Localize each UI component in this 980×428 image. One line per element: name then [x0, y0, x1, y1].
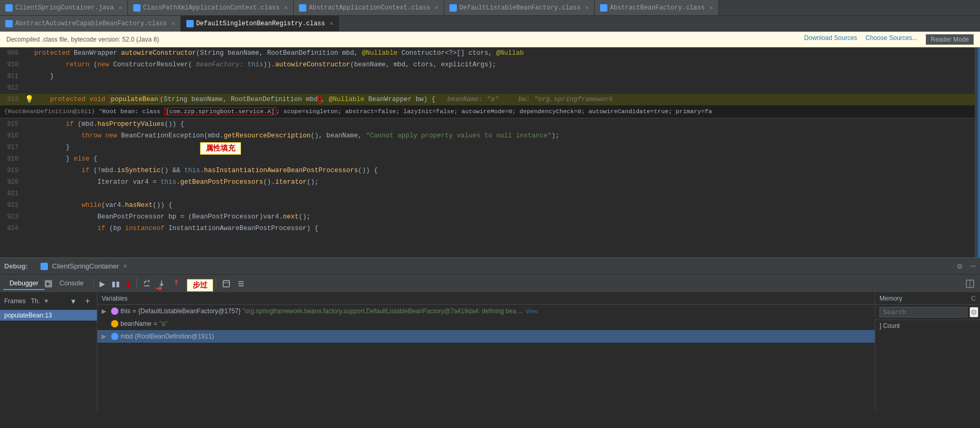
- tab-close[interactable]: ✕: [284, 4, 288, 11]
- java-file-icon: [5, 4, 13, 12]
- var-expand-beanname[interactable]: ▶: [102, 320, 109, 327]
- code-line-921: 921: [0, 188, 980, 200]
- tab-close[interactable]: ✕: [172, 20, 175, 27]
- line-number: 920: [0, 176, 24, 188]
- memory-panel: Memory C ⚙ ] Count: [875, 293, 980, 411]
- step-out-button[interactable]: [169, 278, 183, 290]
- debug-session-close[interactable]: ✕: [123, 262, 127, 270]
- frames-header: Frames Th. ▼ ▼ +: [0, 293, 97, 310]
- tab-label: AbstractBeanFactory.class: [610, 4, 705, 12]
- tab-close[interactable]: ✕: [330, 20, 334, 27]
- tab-abstract-bean[interactable]: AbstractBeanFactory.class ✕: [595, 0, 719, 16]
- line-content: } else {: [34, 153, 980, 165]
- tab-client-spring[interactable]: ClientSpringContainer.java ✕: [0, 0, 128, 16]
- tab-debugger[interactable]: Debugger: [3, 277, 45, 290]
- vertical-scrollbar[interactable]: [975, 47, 980, 257]
- var-view-this[interactable]: View: [525, 308, 538, 314]
- code-line-920: 920 Iterator var4 = this.getBeanPostProc…: [0, 176, 980, 188]
- info-links: Download Sources Choose Sources... Reade…: [804, 34, 974, 45]
- step-over-button[interactable]: [140, 278, 154, 290]
- threads-button[interactable]: [234, 278, 248, 290]
- line-content: while(var4.hasNext()) {: [34, 200, 980, 211]
- pause-button[interactable]: ▮▮: [109, 278, 123, 290]
- code-line-924: 924 if (bp instanceof InstantiationAware…: [0, 223, 980, 234]
- var-value-beanname: "a": [159, 320, 167, 327]
- reader-mode-button[interactable]: Reader Mode: [926, 34, 974, 45]
- variable-row-this[interactable]: ▶ this = {DefaultListableBeanFactory@175…: [97, 305, 875, 317]
- tab-label: ClientSpringContainer.java: [15, 4, 114, 12]
- threads-label: Th.: [31, 297, 40, 305]
- variable-row-beanname[interactable]: ▶ beanName = "a": [97, 317, 875, 330]
- variables-header: Variables: [97, 293, 875, 305]
- memory-search-input[interactable]: [879, 307, 967, 317]
- code-line-923: 923 BeanPostProcessor bp = (BeanPostProc…: [0, 211, 980, 223]
- var-expand-mbd[interactable]: ▶: [102, 333, 109, 340]
- code-line-919: 919 if (!mbd.isSynthetic() && this.hasIn…: [0, 165, 980, 176]
- toolbar-separator: [93, 278, 94, 290]
- class-file-icon: [133, 4, 141, 12]
- count-row: ] Count: [875, 320, 980, 332]
- frames-filter-button[interactable]: ▼: [67, 296, 79, 307]
- tab-close[interactable]: ✕: [709, 4, 713, 11]
- code-line-917: 917 }: [0, 142, 980, 153]
- debug-header: Debug: ClientSpringContainer ✕ ➜ 步过 ⚙ —: [0, 258, 980, 275]
- var-name-mbd: mbd: [121, 333, 133, 340]
- var-eq-beanname: =: [154, 320, 157, 327]
- memory-settings-button[interactable]: ⚙: [969, 307, 978, 317]
- step-annotation-label: 步过: [187, 279, 213, 292]
- tab-bar-row2: AbstractAutowireCapableBeanFactory.class…: [0, 16, 980, 32]
- variable-row-mbd[interactable]: ▶ mbd (RootBeanDefinition@1911): [97, 330, 875, 343]
- debug-settings-button[interactable]: ⚙: [957, 261, 963, 272]
- line-number: 909: [0, 47, 24, 59]
- download-sources-link[interactable]: Download Sources: [804, 34, 857, 45]
- tab-abstract-app[interactable]: AbstractApplicationContext.class ✕: [294, 0, 444, 16]
- var-name-this: this: [121, 307, 131, 315]
- line-content: if (mbd.hasPropertyValues()) {: [34, 118, 980, 130]
- debug-session-name: ClientSpringContainer: [52, 262, 119, 270]
- code-line-922: 922 while(var4.hasNext()) {: [0, 200, 980, 211]
- tab-close[interactable]: ✕: [435, 4, 438, 11]
- tab-close[interactable]: ✕: [585, 4, 589, 11]
- frames-add-button[interactable]: +: [83, 295, 93, 307]
- choose-sources-link[interactable]: Choose Sources...: [866, 34, 918, 45]
- class-file-icon: [600, 4, 607, 12]
- layout-button[interactable]: [963, 278, 977, 290]
- count-label: ] Count: [879, 322, 900, 330]
- memory-search-row: ⚙: [875, 305, 980, 320]
- line-number: 921: [0, 188, 24, 200]
- toolbar-separator2: [136, 278, 137, 290]
- tab-label: ClassPathXmlApplicationContext.class: [143, 4, 279, 12]
- frames-button[interactable]: [219, 278, 233, 290]
- tab-default-singleton[interactable]: DefaultSingletonBeanRegistry.class ✕: [181, 16, 339, 32]
- var-expand-this[interactable]: ▶: [102, 307, 109, 315]
- var-icon-mbd: [111, 333, 118, 340]
- tooltip-definition-bar: {RootBeanDefinition@1911} "Root bean: cl…: [0, 105, 980, 118]
- tab-default-listable[interactable]: DefaultListableBeanFactory.class ✕: [444, 0, 595, 16]
- console-tab-wrapper: ▶ Console: [45, 277, 90, 290]
- variables-panel: Variables ▶ this = {DefaultListableBeanF…: [97, 293, 875, 411]
- stop-button[interactable]: ▮: [124, 278, 133, 290]
- tab-console[interactable]: Console: [53, 277, 90, 290]
- tab-label: AbstractAutowireCapableBeanFactory.class: [15, 20, 167, 27]
- debug-toolbar: Debugger ▶ Console ▶ ▮▮ ▮ f(x): [0, 275, 980, 293]
- info-bar: Decompiled .class file, bytecode version…: [0, 32, 980, 47]
- line-number: 910: [0, 59, 24, 71]
- tab-close[interactable]: ✕: [118, 4, 122, 11]
- class-file-icon: [186, 20, 194, 27]
- resume-button[interactable]: ▶: [97, 278, 108, 290]
- code-line-909: 909 protected BeanWrapper autowireConstr…: [0, 47, 980, 59]
- line-content: Iterator var4 = this.getBeanPostProcesso…: [34, 176, 980, 188]
- tab-classpath[interactable]: ClassPathXmlApplicationContext.class ✕: [128, 0, 294, 16]
- tab-abstract-autowire[interactable]: AbstractAutowireCapableBeanFactory.class…: [0, 16, 181, 32]
- class-file-icon: [449, 4, 457, 12]
- var-detail-this: "org.springframework.beans.factory.suppo…: [243, 307, 523, 315]
- var-value-mbd: (RootBeanDefinition@1911): [135, 333, 214, 340]
- line-number: 911: [0, 71, 24, 82]
- threads-chevron[interactable]: ▼: [43, 297, 49, 305]
- decompiled-info: Decompiled .class file, bytecode version…: [6, 36, 159, 43]
- frame-item-populate-bean[interactable]: populateBean:13: [0, 310, 97, 321]
- tab-label: AbstractApplicationContext.class: [309, 4, 430, 12]
- line-content: }: [34, 71, 980, 82]
- debug-minimize-button[interactable]: —: [971, 262, 976, 271]
- line-number: 924: [0, 223, 24, 234]
